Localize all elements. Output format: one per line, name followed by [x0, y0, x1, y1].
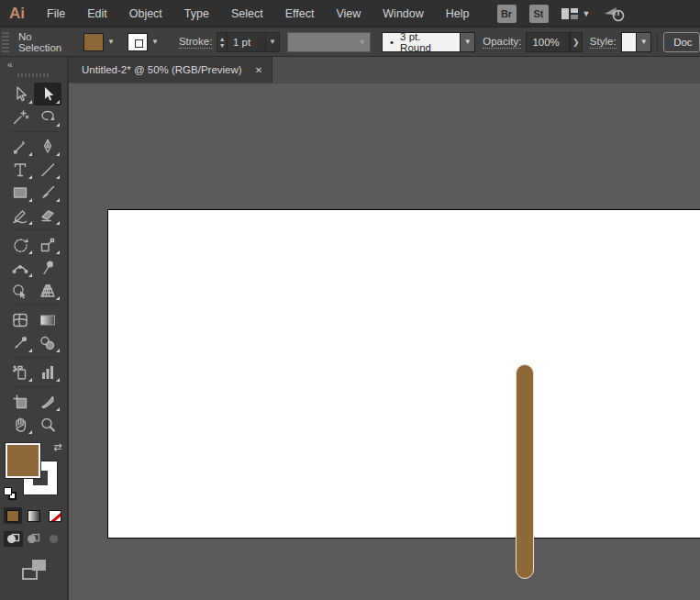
draw-normal-button[interactable]	[4, 531, 23, 547]
tool-mesh[interactable]	[6, 308, 34, 331]
canvas-area[interactable]	[71, 83, 700, 600]
none-button[interactable]	[46, 507, 64, 524]
gradient-button[interactable]	[25, 507, 43, 524]
color-button[interactable]	[4, 507, 22, 524]
tool-magic-wand[interactable]	[6, 106, 34, 128]
brush-preview-dot: •	[390, 37, 394, 48]
tool-hand[interactable]	[6, 413, 34, 436]
stroke-weight-label[interactable]: Stroke:	[179, 36, 212, 49]
line-segment-icon	[39, 161, 57, 179]
eraser-icon	[39, 206, 57, 225]
direct-selection-icon	[39, 85, 57, 104]
fill-color-dropdown[interactable]: ▼	[83, 33, 118, 51]
artboard-icon	[11, 393, 29, 411]
brush-definition-dropdown[interactable]: • 3 pt. Round	[382, 32, 461, 52]
menu-effect[interactable]: Effect	[274, 0, 326, 28]
eyedropper-icon	[11, 334, 29, 352]
change-screen-mode-button[interactable]	[22, 560, 46, 580]
control-bar: No Selection ▼ ▼ Stroke: ▲▼ 1 pt ▼ ▼ • 3…	[0, 28, 700, 57]
menu-view[interactable]: View	[325, 0, 372, 28]
drawn-shape[interactable]	[516, 364, 534, 579]
tool-gradient[interactable]	[34, 308, 61, 331]
menu-file[interactable]: File	[36, 0, 76, 28]
tool-selection[interactable]	[6, 83, 34, 106]
tool-eraser[interactable]	[34, 204, 61, 227]
tool-shaper[interactable]	[6, 204, 34, 227]
workspace-switcher[interactable]: ▼	[561, 7, 591, 20]
document-tab[interactable]: Untitled-2* @ 50% (RGB/Preview) ✕	[69, 57, 272, 83]
default-fill-stroke-icon[interactable]	[4, 487, 17, 500]
gradient-icon	[39, 311, 57, 329]
collapse-panel-icon[interactable]: «	[0, 57, 67, 70]
share-icon[interactable]	[603, 6, 625, 22]
tool-eyedropper[interactable]	[6, 331, 34, 354]
tool-blend[interactable]	[34, 331, 61, 354]
swap-fill-stroke-icon[interactable]: ⇄	[53, 441, 61, 453]
graphic-style-swatch[interactable]	[621, 32, 638, 52]
divider	[6, 128, 61, 135]
blend-icon	[39, 334, 57, 352]
puppet-warp-pin-icon	[39, 259, 57, 277]
tool-artboard[interactable]	[6, 390, 34, 413]
perspective-grid-icon	[39, 282, 57, 300]
fill-well[interactable]	[6, 443, 40, 478]
document-setup-button[interactable]: Doc	[663, 32, 700, 52]
lasso-icon	[39, 108, 57, 127]
tools-panel: «	[0, 57, 69, 600]
close-icon[interactable]: ✕	[255, 65, 262, 75]
draw-behind-button[interactable]	[24, 531, 43, 547]
opacity-value[interactable]: 100%	[526, 32, 569, 52]
draw-normal-icon	[6, 533, 20, 545]
chevron-down-icon: ▼	[358, 38, 366, 47]
menu-help[interactable]: Help	[435, 0, 481, 28]
tool-pen[interactable]	[34, 135, 61, 158]
opacity-dropdown-arrow[interactable]: ❯	[570, 32, 583, 52]
graphic-style-chevron[interactable]: ▼	[637, 32, 651, 52]
tool-rectangle[interactable]	[6, 181, 34, 204]
tool-type[interactable]	[6, 158, 34, 181]
stroke-weight-stepper[interactable]: ▲▼	[217, 32, 228, 52]
menu-type[interactable]: Type	[173, 0, 220, 28]
artboard[interactable]	[107, 209, 700, 539]
tool-line-segment[interactable]	[34, 158, 61, 181]
tool-rotate[interactable]	[6, 233, 34, 256]
tool-slice[interactable]	[34, 390, 61, 413]
document-tab-title: Untitled-2* @ 50% (RGB/Preview)	[82, 64, 242, 75]
drawing-mode-buttons	[0, 531, 67, 547]
tool-puppet-warp[interactable]	[34, 256, 61, 279]
bridge-button[interactable]: Br	[497, 5, 517, 23]
tool-shape-builder[interactable]	[6, 279, 34, 302]
menu-select[interactable]: Select	[220, 0, 274, 28]
fill-stroke-wells: ⇄	[4, 441, 64, 494]
stepper-down-icon[interactable]: ▼	[219, 42, 226, 49]
opacity-label[interactable]: Opacity:	[483, 36, 521, 49]
stroke-weight-dropdown[interactable]: ▼	[266, 32, 280, 52]
stroke-color-swatch[interactable]	[128, 33, 148, 51]
stroke-color-dropdown[interactable]: ▼	[128, 33, 162, 51]
menu-window[interactable]: Window	[372, 0, 434, 28]
tool-lasso[interactable]	[34, 106, 61, 128]
brush-definition-chevron[interactable]: ▼	[461, 32, 475, 52]
tool-curvature[interactable]	[6, 135, 34, 158]
stock-button[interactable]: St	[529, 5, 549, 23]
menu-object[interactable]: Object	[118, 0, 173, 28]
mesh-icon	[11, 311, 29, 329]
tool-column-graph[interactable]	[34, 361, 61, 383]
selection-icon	[11, 85, 29, 104]
tool-symbol-sprayer[interactable]	[6, 361, 34, 383]
tool-direct-selection[interactable]	[34, 83, 61, 106]
tool-width[interactable]	[6, 256, 34, 279]
panel-grip[interactable]	[17, 73, 50, 77]
menu-edit[interactable]: Edit	[76, 0, 118, 28]
tool-paintbrush[interactable]	[34, 181, 61, 204]
chevron-down-icon: ▼	[583, 9, 591, 18]
tool-scale[interactable]	[34, 233, 61, 256]
tools-grid	[0, 83, 67, 436]
tool-zoom[interactable]	[34, 413, 61, 436]
tool-perspective-grid[interactable]	[34, 279, 61, 302]
fill-color-swatch[interactable]	[83, 33, 104, 51]
stroke-weight-value[interactable]: 1 pt	[228, 32, 266, 52]
stepper-up-icon[interactable]: ▲	[219, 36, 226, 42]
brush-definition-value: 3 pt. Round	[400, 31, 452, 53]
control-bar-grip[interactable]	[2, 30, 9, 54]
